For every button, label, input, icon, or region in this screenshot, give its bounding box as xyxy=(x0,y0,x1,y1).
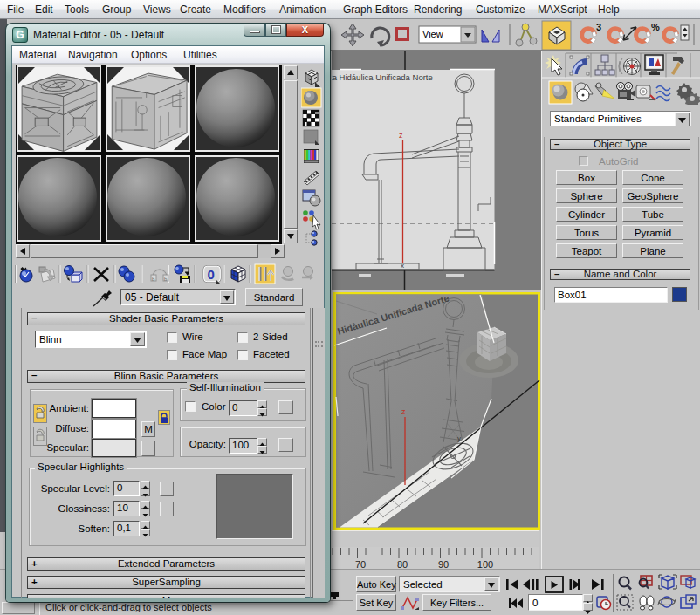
svg-text:z: z xyxy=(401,407,406,416)
svg-text:x: x xyxy=(401,262,404,270)
svg-text:z: z xyxy=(399,131,403,140)
svg-text:Planta Hidáulica Unificada Nor: Planta Hidáulica Unificada Norte xyxy=(332,72,433,82)
svg-text:%: % xyxy=(651,22,660,32)
svg-text:View: View xyxy=(422,29,443,39)
svg-text:y: y xyxy=(457,434,461,442)
svg-text:3: 3 xyxy=(596,22,601,32)
